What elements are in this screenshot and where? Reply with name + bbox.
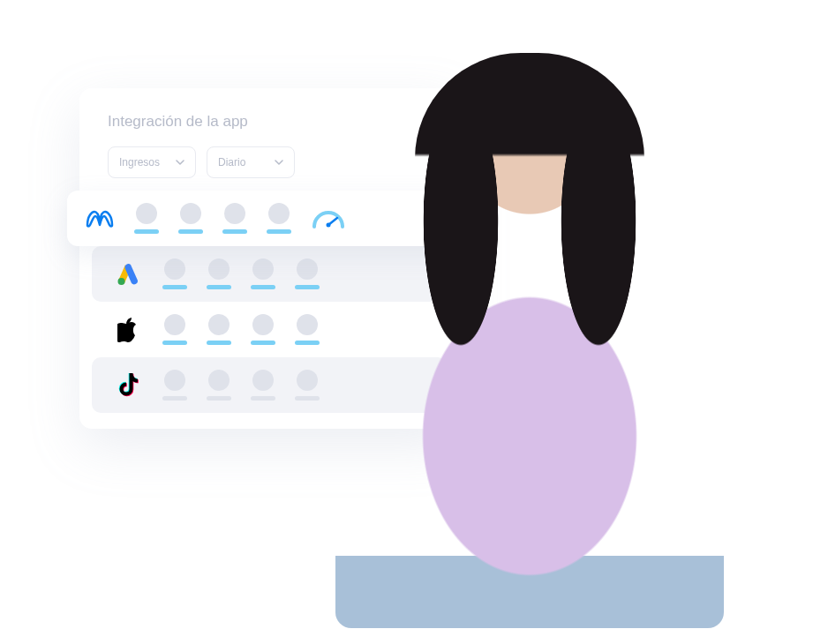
meta-icon: [85, 204, 115, 234]
chevron-down-icon: [275, 160, 283, 165]
metric-cell: [207, 314, 231, 345]
period-select-label: Diario: [218, 156, 245, 168]
metric-cell: [222, 203, 247, 234]
google-ads-icon: [113, 259, 143, 289]
metric-cell: [295, 258, 320, 289]
metric-select-label: Ingresos: [119, 156, 160, 168]
metric-cell: [178, 203, 203, 234]
metric-cell: [267, 203, 291, 234]
metric-cell: [207, 258, 231, 289]
metric-cell: [207, 370, 231, 401]
metric-select[interactable]: Ingresos: [108, 146, 196, 178]
metric-cell: [251, 314, 275, 345]
tiktok-icon: [113, 371, 143, 401]
metric-cell: [295, 370, 320, 401]
metric-cell: [162, 258, 187, 289]
metric-cell: [295, 314, 320, 345]
metric-cell: [251, 370, 275, 401]
chevron-down-icon: [176, 160, 184, 165]
svg-point-2: [118, 278, 125, 285]
metric-cell: [134, 203, 159, 234]
metric-cell: [162, 370, 187, 401]
person-illustration: [335, 28, 724, 628]
metric-cell: [251, 258, 275, 289]
period-select[interactable]: Diario: [207, 146, 295, 178]
metric-cell: [162, 314, 187, 345]
apple-icon: [113, 315, 143, 345]
